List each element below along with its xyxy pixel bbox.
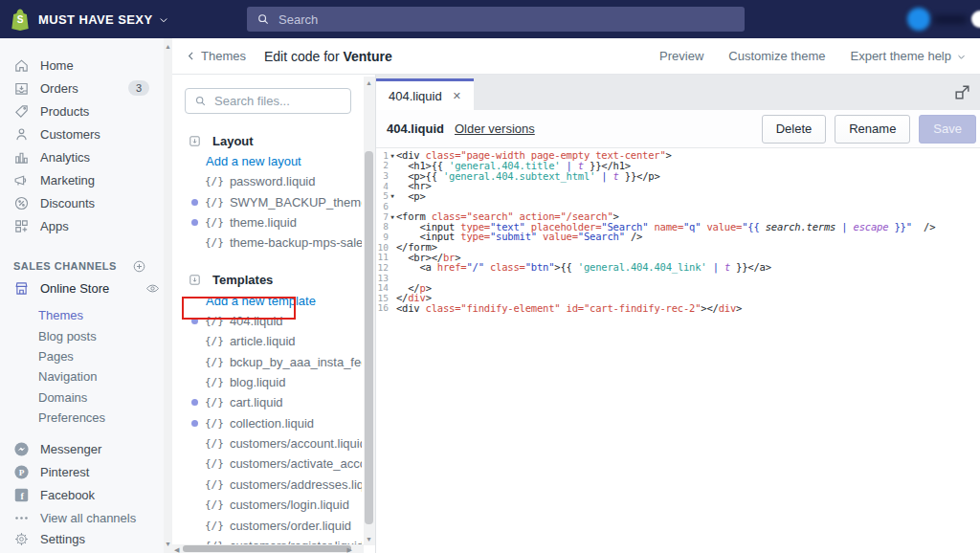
scroll-down-arrow[interactable]: ▼ bbox=[366, 535, 372, 543]
code-line[interactable]: 4 <hr> bbox=[376, 181, 980, 191]
file-name: theme-backup-mps-sales-not bbox=[230, 235, 362, 250]
hscroll-thumb[interactable] bbox=[183, 545, 351, 552]
svg-text:S: S bbox=[17, 14, 24, 25]
sidebar-item-apps[interactable]: Apps bbox=[0, 214, 172, 237]
expand-editor-button[interactable] bbox=[953, 83, 971, 101]
sidebar-item-discounts[interactable]: Discounts bbox=[0, 191, 172, 214]
eye-icon[interactable] bbox=[145, 281, 160, 296]
code-line[interactable]: 12 <a href="/" class="btn">{{ 'general.4… bbox=[376, 262, 980, 273]
header-action-customize-theme[interactable]: Customize theme bbox=[728, 49, 825, 63]
breadcrumb-label: Themes bbox=[201, 49, 246, 63]
file-search[interactable] bbox=[185, 88, 351, 114]
file-item[interactable]: {/}blog.liquid bbox=[172, 372, 362, 392]
scroll-right-arrow[interactable]: ▶ bbox=[347, 545, 352, 553]
file-item[interactable]: {/}customers/activate_account.lic bbox=[172, 453, 362, 474]
add-new-templates-link[interactable]: Add a new template bbox=[172, 291, 362, 311]
close-tab-icon[interactable]: ✕ bbox=[453, 90, 461, 102]
apps-icon bbox=[13, 218, 30, 234]
older-versions-link[interactable]: Older versions bbox=[455, 122, 535, 136]
code-line[interactable]: 10</form> bbox=[376, 242, 980, 253]
modified-dot-icon bbox=[191, 318, 198, 324]
file-panel-vscrollbar[interactable]: ▲ ▼ bbox=[364, 77, 375, 545]
line-number: 6 bbox=[376, 201, 389, 211]
global-search-input[interactable] bbox=[278, 12, 700, 27]
file-item[interactable]: {/}customers/addresses.liquid bbox=[172, 475, 362, 495]
liquid-file-icon: {/} bbox=[205, 356, 224, 368]
sidebar-item-customers[interactable]: Customers bbox=[0, 122, 172, 145]
liquid-file-icon: {/} bbox=[205, 236, 224, 249]
liquid-file-icon: {/} bbox=[205, 216, 224, 229]
sidebar-scrollbar[interactable]: ▲ ▼ bbox=[164, 38, 172, 553]
file-item[interactable]: {/}theme-backup-mps-sales-not bbox=[172, 232, 362, 253]
liquid-file-icon: {/} bbox=[205, 417, 224, 430]
avatar[interactable] bbox=[907, 8, 930, 31]
sidebar-item-facebook[interactable]: Facebook bbox=[0, 483, 172, 506]
sidebar-item-analytics[interactable]: Analytics bbox=[0, 145, 172, 168]
code-area[interactable]: 1▼<div class="page-width page-empty text… bbox=[376, 149, 980, 552]
save-button[interactable]: Save bbox=[919, 115, 976, 144]
sidebar-item-navigation[interactable]: Navigation bbox=[0, 366, 172, 387]
file-item[interactable]: {/}theme.liquid bbox=[172, 212, 362, 232]
header-action-expert-theme-help[interactable]: Expert theme help bbox=[850, 49, 967, 63]
fold-arrow-icon[interactable]: ▼ bbox=[389, 213, 396, 220]
breadcrumb-themes[interactable]: Themes bbox=[185, 49, 246, 63]
file-name: collection.liquid bbox=[230, 416, 314, 431]
sidebar-item-products[interactable]: Products bbox=[0, 100, 172, 122]
file-item[interactable]: {/}customers/login.liquid bbox=[172, 495, 362, 515]
file-item[interactable]: {/}customers/account.liquid bbox=[172, 433, 362, 453]
topbar: S MUST HAVE SEXY bbox=[0, 0, 980, 38]
file-name: 404.liquid bbox=[230, 314, 283, 328]
store-menu-button[interactable]: S MUST HAVE SEXY bbox=[10, 8, 169, 31]
sidebar-item-marketing[interactable]: Marketing bbox=[0, 168, 172, 191]
code-line[interactable]: 9 <input type="submit" value="Search" /> bbox=[376, 232, 980, 242]
scroll-down-arrow[interactable]: ▼ bbox=[164, 540, 172, 549]
sidebar-item-themes[interactable]: Themes bbox=[0, 305, 172, 325]
line-number: 16 bbox=[376, 302, 389, 313]
file-name: theme.liquid bbox=[230, 215, 297, 230]
vscroll-thumb[interactable] bbox=[365, 151, 373, 524]
sidebar-item-online-store[interactable]: Online Store bbox=[0, 276, 172, 299]
file-item[interactable]: {/}404.liquid bbox=[172, 311, 362, 331]
scroll-up-arrow[interactable]: ▲ bbox=[366, 78, 372, 87]
shopify-logo-icon: S bbox=[10, 8, 31, 31]
header-action-preview[interactable]: Preview bbox=[659, 49, 703, 63]
file-item[interactable]: {/}article.liquid bbox=[172, 331, 362, 351]
sidebar-item-pages[interactable]: Pages bbox=[0, 346, 172, 366]
file-item[interactable]: {/}collection.liquid bbox=[172, 413, 362, 433]
file-item[interactable]: {/}customers/order.liquid bbox=[172, 515, 362, 535]
file-name: blog.liquid bbox=[230, 375, 286, 389]
sidebar-item-orders[interactable]: Orders3 bbox=[0, 77, 172, 100]
line-number: 11 bbox=[376, 252, 389, 262]
file-item[interactable]: {/}bckup_by_aaa_insta_feed_inde bbox=[172, 351, 362, 371]
sidebar-item-settings[interactable]: Settings bbox=[0, 526, 163, 551]
scroll-left-arrow[interactable]: ◀ bbox=[174, 545, 179, 553]
file-item[interactable]: {/}password.liquid bbox=[172, 171, 362, 191]
tab-404-liquid[interactable]: 404.liquid ✕ bbox=[376, 78, 474, 110]
sidebar-item-home[interactable]: Home bbox=[0, 54, 172, 77]
code-line[interactable]: 5▼ <p> bbox=[376, 191, 980, 202]
line-number: 8 bbox=[376, 221, 389, 232]
add-channel-icon[interactable] bbox=[132, 259, 146, 274]
file-search-input[interactable] bbox=[214, 94, 339, 108]
rename-button[interactable]: Rename bbox=[835, 115, 910, 144]
sidebar-item-pinterest[interactable]: Pinterest bbox=[0, 460, 172, 483]
code-line[interactable]: 14 </p> bbox=[376, 282, 980, 293]
fold-arrow-icon[interactable]: ▼ bbox=[389, 152, 396, 159]
sidebar-item-preferences[interactable]: Preferences bbox=[0, 408, 172, 428]
file-name: customers/login.liquid bbox=[230, 498, 349, 512]
sidebar-item-messenger[interactable]: Messenger bbox=[0, 437, 172, 460]
global-search[interactable] bbox=[247, 7, 745, 32]
code-line[interactable]: 3 <p>{{ 'general.404.subtext_html' | t }… bbox=[376, 170, 980, 181]
scroll-up-arrow[interactable]: ▲ bbox=[164, 42, 172, 52]
sidebar-item-blog-posts[interactable]: Blog posts bbox=[0, 325, 172, 345]
file-item[interactable]: {/}cart.liquid bbox=[172, 392, 362, 412]
add-new-layout-link[interactable]: Add a new layout bbox=[172, 151, 362, 171]
file-item[interactable]: {/}SWYM_BACKUP_theme.liquid bbox=[172, 191, 362, 211]
code-line[interactable]: 16<div class="findify-element" id="cart-… bbox=[376, 303, 980, 314]
sidebar-item-domains[interactable]: Domains bbox=[0, 387, 172, 408]
fold-arrow-icon[interactable]: ▼ bbox=[389, 192, 396, 199]
delete-button[interactable]: Delete bbox=[762, 115, 827, 144]
file-panel-hscrollbar[interactable]: ◀ ▶ bbox=[172, 544, 364, 553]
view-all-label: View all channels bbox=[40, 511, 136, 525]
code-line[interactable]: 13 bbox=[376, 273, 980, 283]
